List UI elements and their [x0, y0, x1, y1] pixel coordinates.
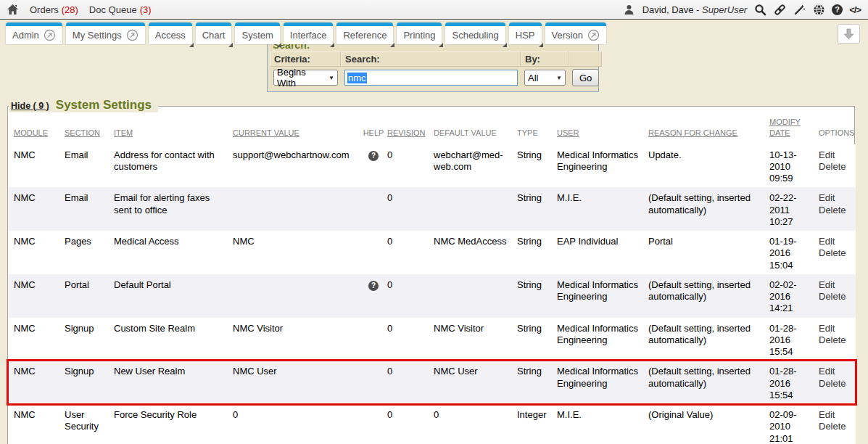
column-header-revision[interactable]: REVISION	[387, 115, 434, 144]
tab-reference[interactable]: Reference	[336, 22, 393, 44]
column-header-item[interactable]: ITEM	[114, 115, 233, 144]
tab-scheduling[interactable]: Scheduling	[445, 22, 505, 44]
delete-link[interactable]: Delete	[819, 247, 850, 259]
tab-hsp[interactable]: HSP	[509, 22, 542, 44]
tab-access[interactable]: Access	[149, 22, 192, 44]
tab-interface[interactable]: Interface	[284, 22, 334, 44]
pulldown-button[interactable]	[838, 24, 860, 44]
search-input[interactable]: nmc	[344, 70, 518, 86]
edit-link[interactable]: Edit	[819, 192, 850, 204]
column-header-label[interactable]: ITEM	[114, 128, 133, 137]
column-header-label: DEFAULT VALUE	[434, 128, 497, 137]
column-header-section[interactable]: SECTION	[65, 115, 114, 144]
edit-link[interactable]: Edit	[819, 279, 850, 291]
delete-link[interactable]: Delete	[819, 421, 850, 432]
delete-link[interactable]: Delete	[819, 378, 850, 390]
top-bar: Orders (28) Doc Queue (3) David, Dave - …	[0, 0, 868, 20]
delete-link[interactable]: Delete	[819, 334, 850, 346]
go-button[interactable]: Go	[572, 69, 599, 86]
column-header-modify-date[interactable]: MODIFY DATE	[769, 115, 819, 144]
cell-options: EditDelete	[819, 187, 856, 231]
cell-reason: (Default setting, inserted automatically…	[648, 187, 769, 231]
edit-link[interactable]: Edit	[819, 323, 850, 334]
code-icon[interactable]: </>	[849, 4, 861, 15]
edit-link[interactable]: Edit	[819, 366, 850, 377]
user-name: David, Dave -	[642, 4, 702, 15]
tab-printing[interactable]: Printing	[397, 22, 442, 44]
delete-link[interactable]: Delete	[819, 161, 850, 173]
cell-revision: 0	[387, 144, 434, 188]
tab-system[interactable]: System	[235, 22, 279, 44]
cell-default-value: NMC User	[434, 361, 517, 404]
cell-reason: (Default setting, inserted automatically…	[648, 274, 769, 318]
column-header-label[interactable]: USER	[557, 128, 579, 137]
column-header-label[interactable]: MODIFY DATE	[769, 118, 801, 137]
cell-default-value: NMC MedAccess	[434, 231, 517, 274]
column-header-label[interactable]: MODULE	[14, 128, 48, 137]
column-header-label[interactable]: SECTION	[65, 128, 100, 137]
user-role: SuperUser	[702, 4, 747, 15]
column-header-reason-for-change[interactable]: REASON FOR CHANGE	[648, 115, 769, 144]
column-header-current-value[interactable]: CURRENT VALUE	[233, 115, 360, 144]
table-row: NMCUser SecurityForce Security Role000In…	[8, 404, 856, 444]
tab-label: Reference	[343, 30, 387, 41]
cell-item: Address for contact with customers	[114, 144, 233, 188]
current-user[interactable]: David, Dave - SuperUser	[642, 4, 748, 15]
cell-type: String	[517, 231, 557, 274]
column-header-type: TYPE	[517, 115, 557, 144]
wand-icon[interactable]	[793, 3, 806, 16]
down-arrow-icon	[843, 28, 856, 41]
globe-icon[interactable]	[812, 3, 825, 16]
criteria-select[interactable]: Begins With ▼	[273, 70, 338, 86]
home-icon[interactable]	[6, 3, 19, 16]
cell-reason: Portal	[648, 231, 769, 274]
search-panel-grid: Criteria: Search: By: Begins With ▼ nmc …	[270, 52, 596, 89]
delete-link[interactable]: Delete	[819, 291, 850, 303]
cell-module: NMC	[8, 318, 65, 361]
select-arrow-icon: ▼	[556, 75, 562, 81]
edit-link[interactable]: Edit	[819, 236, 850, 247]
cell-current-value: NMC User	[233, 361, 360, 404]
edit-link[interactable]: Edit	[819, 149, 850, 161]
go-spacer	[569, 52, 602, 67]
cell-modify-date: 02-22-2011 10:27	[769, 187, 819, 231]
tab-chart[interactable]: Chart	[196, 22, 232, 44]
cell-module: NMC	[8, 404, 65, 444]
cell-modify-date: 01-28-2016 15:54	[769, 361, 819, 404]
table-row: NMCPortalDefault Portal?0StringMedical I…	[8, 274, 856, 318]
by-select[interactable]: All ▼	[524, 70, 566, 86]
help-icon[interactable]: ?	[368, 151, 379, 161]
cell-item: Default Portal	[114, 274, 233, 318]
cell-current-value	[233, 274, 360, 318]
cell-options: EditDelete	[819, 404, 856, 444]
column-header-label[interactable]: CURRENT VALUE	[233, 128, 299, 137]
tab-label: HSP	[516, 30, 535, 41]
dropdown-caret-icon	[277, 43, 281, 47]
tab-admin[interactable]: Admin	[6, 22, 62, 44]
by-label: By:	[521, 52, 569, 67]
link-icon[interactable]	[773, 3, 786, 16]
column-header-module[interactable]: MODULE	[8, 115, 65, 144]
cell-section: Signup	[65, 361, 114, 404]
edit-link[interactable]: Edit	[819, 409, 850, 421]
search-icon[interactable]	[753, 3, 766, 16]
column-header-label[interactable]: REASON FOR CHANGE	[648, 128, 737, 137]
cell-default-value: 0	[434, 404, 517, 444]
dropdown-caret-icon	[228, 43, 233, 47]
cell-user: M.I.E.	[557, 187, 648, 231]
column-header-label[interactable]: REVISION	[387, 128, 426, 137]
dropdown-caret-icon	[503, 43, 507, 47]
help-icon[interactable]: ?	[368, 281, 379, 291]
hide-toggle-link[interactable]: Hide ( 9 )	[11, 101, 49, 111]
orders-link[interactable]: Orders (28)	[30, 4, 78, 15]
doc-queue-link[interactable]: Doc Queue (3)	[89, 4, 152, 15]
help-icon[interactable]: ?	[832, 4, 843, 15]
tab-version[interactable]: Version	[545, 22, 606, 44]
tab-my-settings[interactable]: My Settings	[66, 22, 145, 44]
table-row: NMCSignupNew User RealmNMC User0NMC User…	[8, 361, 856, 404]
external-link-icon	[44, 29, 56, 41]
cell-user: Medical Informatics Engineering	[557, 318, 648, 361]
delete-link[interactable]: Delete	[819, 205, 850, 216]
cell-options: EditDelete	[819, 361, 856, 404]
column-header-user[interactable]: USER	[557, 115, 648, 144]
